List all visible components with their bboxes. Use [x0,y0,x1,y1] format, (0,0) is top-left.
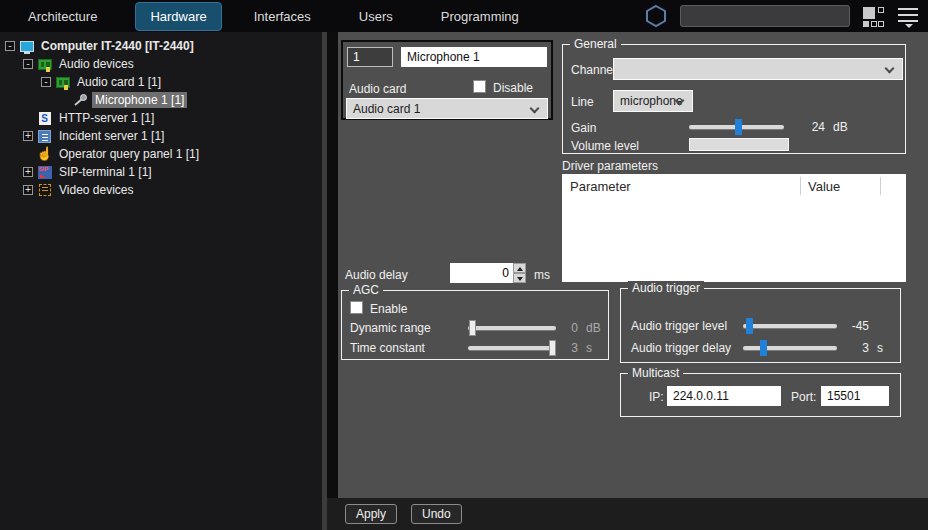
volume-level-label: Volume level [571,139,639,153]
channel-label: Channel [571,63,616,77]
general-group: General Channel Line microphone Gain 24 … [562,44,906,154]
audio-trigger-delay-label: Audio trigger delay [631,341,731,355]
gain-label: Gain [571,121,596,135]
audio-card-icon [37,57,52,71]
microphone-icon [73,93,88,107]
audio-trigger-level-thumb[interactable] [746,318,753,334]
dynamic-range-label: Dynamic range [350,321,431,335]
audio-trigger-level-label: Audio trigger level [631,319,727,333]
multicast-ip-label: IP: [649,390,664,404]
driver-parameters-title: Driver parameters [562,159,658,173]
nav-tabs: Architecture Hardware Interfaces Users P… [0,0,519,32]
volume-level-bar [689,138,789,151]
multicast-group: Multicast IP: Port: [620,373,901,417]
http-server-icon [37,111,52,125]
audio-trigger-group: Audio trigger Audio trigger level -45 Au… [620,288,901,363]
tree-item-audio-card[interactable]: - Audio card 1 [1] [0,73,322,91]
multicast-port-field[interactable] [821,386,889,406]
tree-item-audio-devices[interactable]: - Audio devices [0,55,322,73]
dynamic-range-value: 0 [564,321,578,335]
incident-server-icon [37,129,52,143]
navbar-right-cluster [644,4,928,28]
multicast-group-title: Multicast [628,366,683,380]
gain-value: 24 [801,120,825,134]
computer-icon [19,39,34,53]
operator-panel-icon: ☝ [37,147,52,161]
chevron-down-icon [530,104,540,114]
tree-item-sip-terminal[interactable]: + SIP-terminal 1 [1] [0,163,322,181]
hexagon-logo [644,4,668,28]
time-constant-slider[interactable] [468,346,556,350]
gain-slider[interactable] [689,125,784,129]
general-group-title: General [570,37,621,51]
audio-trigger-level-value: -45 [843,319,869,333]
expander-icon[interactable]: - [23,59,33,69]
time-constant-value: 3 [564,341,578,355]
tree-item-incident-server[interactable]: + Incident server 1 [1] [0,127,322,145]
spin-down-icon[interactable] [513,273,526,283]
tab-interfaces[interactable]: Interfaces [254,9,311,24]
settings-region: Audio card Disable Audio card 1 General … [327,32,928,530]
audio-delay-spinner [450,263,526,283]
tab-hardware[interactable]: Hardware [135,2,221,31]
audio-delay-field[interactable] [450,263,513,283]
settings-panel: Audio card Disable Audio card 1 General … [338,32,928,498]
gain-slider-thumb[interactable] [735,119,742,135]
expander-icon[interactable]: - [41,77,51,87]
audio-trigger-level-slider[interactable] [743,324,837,328]
dynamic-range-slider[interactable] [468,326,556,330]
expander-icon[interactable]: + [23,167,33,177]
column-header-value[interactable]: Value [808,179,840,194]
tree-item-http-server[interactable]: HTTP-server 1 [1] [0,109,322,127]
multicast-ip-field[interactable] [667,386,781,406]
hamburger-menu-icon[interactable] [898,7,918,25]
dynamic-range-unit: dB [586,321,601,335]
column-header-parameter[interactable]: Parameter [570,179,631,194]
object-id-field[interactable] [347,47,393,67]
spin-up-icon[interactable] [513,263,526,273]
multicast-port-label: Port: [791,390,816,404]
time-constant-slider-thumb[interactable] [549,340,556,356]
tab-users[interactable]: Users [359,9,393,24]
line-label: Line [571,95,594,109]
tree-item-computer[interactable]: - Computer IT-2440 [IT-2440] [0,37,322,55]
identity-box: Audio card Disable Audio card 1 [341,40,553,120]
audio-card-select[interactable]: Audio card 1 [346,98,548,119]
footer-bar: Apply Undo [327,498,928,530]
undo-button[interactable]: Undo [411,504,462,524]
tab-programming[interactable]: Programming [441,9,519,24]
apply-button[interactable]: Apply [345,504,397,524]
tab-architecture[interactable]: Architecture [28,9,97,24]
search-input[interactable] [680,5,850,27]
driver-parameters-table: Parameter Value [562,174,906,282]
chevron-down-icon [885,64,895,74]
video-devices-icon [37,183,52,197]
agc-enable-checkbox[interactable] [350,301,363,314]
time-constant-unit: s [586,341,592,355]
dynamic-range-slider-thumb[interactable] [469,320,476,336]
tree-item-microphone[interactable]: Microphone 1 [1] [0,91,322,109]
gain-unit: dB [833,120,848,134]
audio-trigger-delay-unit: s [877,341,883,355]
audio-trigger-delay-thumb[interactable] [760,340,767,356]
expander-icon[interactable]: + [23,131,33,141]
tree-item-video-devices[interactable]: + Video devices [0,181,322,199]
agc-group-title: AGC [349,283,383,297]
top-navbar: Architecture Hardware Interfaces Users P… [0,0,928,32]
disable-checkbox[interactable] [473,80,486,93]
audio-delay-unit: ms [534,268,550,282]
disable-label: Disable [493,81,533,95]
audio-trigger-group-title: Audio trigger [628,281,704,295]
tree-item-operator-query-panel[interactable]: ☝ Operator query panel 1 [1] [0,145,322,163]
channel-select[interactable] [613,58,903,80]
agc-group: AGC Enable Dynamic range 0 dB Time const… [341,290,609,360]
audio-card-icon [55,75,70,89]
object-name-field[interactable] [401,47,547,67]
line-select[interactable]: microphone [613,90,693,112]
expander-icon[interactable]: - [5,41,15,51]
expander-icon[interactable]: + [23,185,33,195]
sip-terminal-icon [37,165,52,179]
audio-trigger-delay-slider[interactable] [743,346,837,350]
layout-grid-icon[interactable] [862,5,886,27]
audio-trigger-delay-value: 3 [843,341,869,355]
